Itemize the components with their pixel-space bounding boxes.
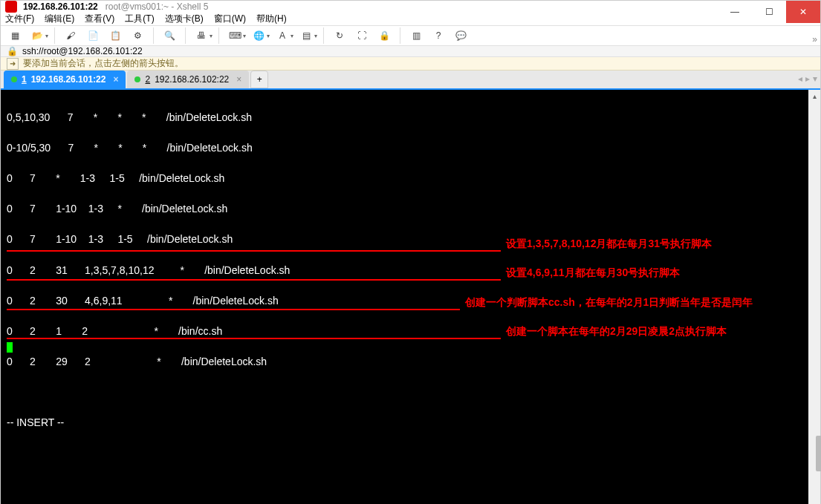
annotation-underline xyxy=(7,250,501,252)
menu-view[interactable]: 查看(V) xyxy=(85,13,114,25)
tab-label: 192.168.26.101:22 xyxy=(31,74,106,85)
scroll-up-icon[interactable]: ▴ xyxy=(808,90,820,102)
lock-icon[interactable]: 🔒 xyxy=(374,26,394,45)
infobar-text: 要添加当前会话，点击左侧的箭头按钮。 xyxy=(23,57,184,70)
annotation-underline xyxy=(7,309,460,310)
font-icon[interactable]: A xyxy=(273,26,292,45)
tab-prev-icon[interactable]: ◂ xyxy=(798,73,802,84)
menu-tab[interactable]: 选项卡(B) xyxy=(165,13,204,25)
toolbar-overflow-icon[interactable]: » xyxy=(812,26,817,53)
scrollbar[interactable]: ▴ ▾ xyxy=(808,90,820,504)
menubar: 文件(F) 编辑(E) 查看(V) 工具(T) 选项卡(B) 窗口(W) 帮助(… xyxy=(1,13,820,26)
annotation-text: 创建一个脚本在每年的2月29日凌晨2点执行脚本 xyxy=(506,324,727,339)
address-lock-icon: 🔒 xyxy=(7,46,18,56)
status-dot-icon xyxy=(11,76,17,82)
terminal[interactable]: 0,5,10,30 7 * * * /bin/DeleteLock.sh 0-1… xyxy=(1,90,808,504)
help-icon[interactable]: ? xyxy=(429,26,448,45)
title-rest: root@vms001:~ - Xshell 5 xyxy=(106,1,209,12)
menu-file[interactable]: 文件(F) xyxy=(5,13,34,25)
scroll-thumb[interactable] xyxy=(816,436,821,471)
layout-icon[interactable]: ▥ xyxy=(406,26,426,45)
separator xyxy=(323,27,324,44)
term-line: 0 7 1-10 1-3 * /bin/DeleteLock.sh xyxy=(7,203,227,215)
fullscreen-icon[interactable]: ⛶ xyxy=(352,26,371,45)
annotation-text: 设置1,3,5,7,8,10,12月都在每月31号执行脚本 xyxy=(506,237,712,252)
properties-icon[interactable]: ⚙ xyxy=(128,26,147,45)
menu-tools[interactable]: 工具(T) xyxy=(125,13,154,25)
title-host: 192.168.26.101:22 xyxy=(23,1,98,12)
term-line: 0,5,10,30 7 * * * /bin/DeleteLock.sh xyxy=(7,111,252,123)
print-icon[interactable]: 🖶 xyxy=(192,26,211,45)
window-controls: — ☐ ✕ xyxy=(718,1,820,23)
terminal-area: 0,5,10,30 7 * * * /bin/DeleteLock.sh 0-1… xyxy=(1,90,820,504)
keyboard-icon[interactable]: ⌨ xyxy=(225,26,244,45)
titlebar: 192.168.26.101:22 root@vms001:~ - Xshell… xyxy=(1,1,820,13)
term-line: 0 2 29 2 * /bin/DeleteLock.sh xyxy=(7,356,267,367)
addressbar: 🔒 xyxy=(1,46,820,57)
highlight-icon[interactable]: 🖌 xyxy=(61,26,80,45)
term-line: 0 2 1 2 * /bin/cc.sh xyxy=(7,325,222,337)
tab-session-2[interactable]: 2 192.168.26.102:22 × xyxy=(127,71,249,88)
tab-label: 192.168.26.102:22 xyxy=(155,74,229,85)
reconnect-icon[interactable]: ↻ xyxy=(330,26,349,45)
app-window: 192.168.26.101:22 root@vms001:~ - Xshell… xyxy=(0,0,821,504)
tab-next-icon[interactable]: ▸ xyxy=(805,73,810,84)
separator xyxy=(185,27,186,44)
tab-add-button[interactable]: + xyxy=(250,71,268,88)
term-line: 0 7 1-10 1-3 1-5 /bin/DeleteLock.sh xyxy=(7,233,233,245)
tabbar: 1 192.168.26.101:22 × 2 192.168.26.102:2… xyxy=(1,71,820,90)
separator xyxy=(218,27,219,44)
term-line: 0-10/5,30 7 * * * /bin/DeleteLock.sh xyxy=(7,142,253,154)
close-button[interactable]: ✕ xyxy=(786,1,820,23)
annotation-underline xyxy=(7,338,501,339)
infobar: ➜ 要添加当前会话，点击左侧的箭头按钮。 xyxy=(1,57,820,71)
menu-edit[interactable]: 编辑(E) xyxy=(45,13,74,25)
separator xyxy=(153,27,154,44)
address-input[interactable] xyxy=(22,46,814,56)
tab-close-icon[interactable]: × xyxy=(113,74,118,85)
maximize-button[interactable]: ☐ xyxy=(752,1,786,23)
separator xyxy=(54,27,55,44)
separator xyxy=(400,27,400,44)
toolbar: ▦ 📂 ▾ 🖌 📄 📋 ⚙ 🔍 🖶 ▾ ⌨ ▾ 🌐 ▾ A ▾ ▤ ▾ ↻ ⛶ … xyxy=(1,26,820,46)
app-icon xyxy=(5,1,17,13)
tab-scroll: ◂ ▸ ▾ xyxy=(798,73,817,84)
search-icon[interactable]: 🔍 xyxy=(160,26,179,45)
tab-accel: 2 xyxy=(145,74,150,85)
paste-icon[interactable]: 📋 xyxy=(106,26,125,45)
comment-icon[interactable]: 💬 xyxy=(451,26,470,45)
cursor-icon xyxy=(7,342,13,353)
term-line: 0 2 30 4,6,9,11 * /bin/DeleteLock.sh xyxy=(7,295,279,307)
new-session-icon[interactable]: ▦ xyxy=(5,26,25,45)
globe-icon[interactable]: 🌐 xyxy=(249,26,268,45)
menu-help[interactable]: 帮助(H) xyxy=(256,13,287,25)
minimize-button[interactable]: — xyxy=(718,1,752,23)
menu-window[interactable]: 窗口(W) xyxy=(214,13,246,25)
term-line: 0 2 31 1,3,5,7,8,10,12 * /bin/DeleteLock… xyxy=(7,264,290,276)
open-session-icon[interactable]: 📂 xyxy=(27,26,47,45)
annotation-text: 设置4,6,9,11月都在每月30号执行脚本 xyxy=(506,266,680,281)
add-session-arrow-button[interactable]: ➜ xyxy=(7,58,19,70)
term-line: -- INSERT -- xyxy=(7,416,64,428)
annotation-text: 创建一个判断脚本cc.sh，在每年的2月1日判断当年是否是闰年 xyxy=(465,295,753,310)
status-dot-icon xyxy=(134,76,140,82)
tab-close-icon[interactable]: × xyxy=(236,74,241,85)
color-icon[interactable]: ▤ xyxy=(296,26,316,45)
tab-list-icon[interactable]: ▾ xyxy=(813,73,817,84)
copy-icon[interactable]: 📄 xyxy=(83,26,103,45)
annotation-underline xyxy=(7,279,501,281)
term-line: 0 7 * 1-3 1-5 /bin/DeleteLock.sh xyxy=(7,172,224,184)
tab-accel: 1 xyxy=(22,74,27,85)
tab-session-1[interactable]: 1 192.168.26.101:22 × xyxy=(4,71,126,88)
